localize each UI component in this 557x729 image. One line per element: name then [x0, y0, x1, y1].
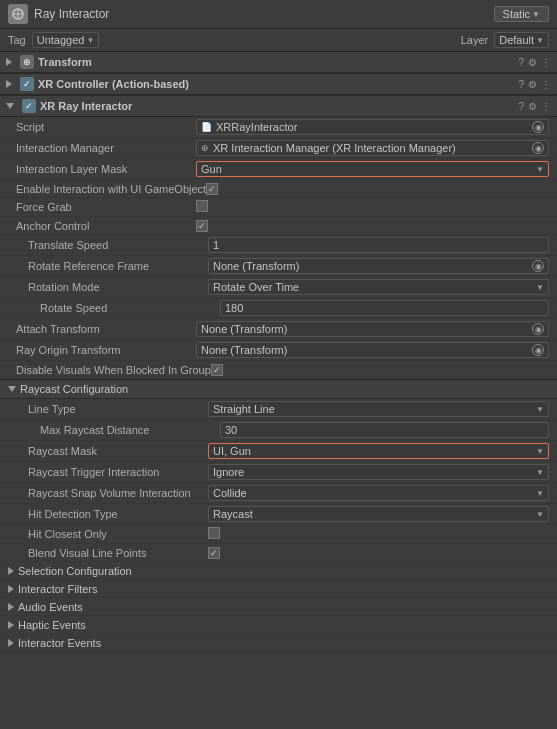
raycast-snap-dropdown[interactable]: Collide ▼: [208, 485, 549, 501]
interactor-events-row[interactable]: Interactor Events: [0, 634, 557, 652]
raycast-trigger-dropdown[interactable]: Ignore ▼: [208, 464, 549, 480]
xr-controller-menu-icon[interactable]: ⋮: [541, 79, 551, 90]
interaction-manager-ref-icon: ⊕: [201, 143, 209, 153]
ray-origin-value: None (Transform) ◉: [196, 342, 549, 358]
hit-detection-value: Raycast ▼: [208, 506, 549, 522]
line-type-dropdown[interactable]: Straight Line ▼: [208, 401, 549, 417]
script-label: Script: [16, 121, 196, 133]
interaction-manager-row: Interaction Manager ⊕ XR Interaction Man…: [0, 138, 557, 159]
layer-dropdown[interactable]: Default ▼: [494, 32, 549, 48]
hit-detection-dropdown[interactable]: Raycast ▼: [208, 506, 549, 522]
translate-speed-row: Translate Speed 1: [0, 235, 557, 256]
interaction-layer-mask-row: Interaction Layer Mask Gun ▼: [0, 159, 557, 180]
ray-origin-circle-btn[interactable]: ◉: [532, 344, 544, 356]
rotate-ref-field[interactable]: None (Transform) ◉: [208, 258, 549, 274]
blend-visual-row: Blend Visual Line Points: [0, 544, 557, 562]
xr-controller-title: XR Controller (Action-based): [38, 78, 514, 90]
hit-detection-arrow: ▼: [536, 510, 544, 519]
xr-controller-triangle: [6, 80, 12, 88]
interaction-manager-value: ⊕ XR Interaction Manager (XR Interaction…: [196, 140, 549, 156]
interaction-manager-ref-field[interactable]: ⊕ XR Interaction Manager (XR Interaction…: [196, 140, 549, 156]
force-grab-checkbox[interactable]: [196, 200, 208, 212]
transform-title: Transform: [38, 56, 514, 68]
transform-menu-icon[interactable]: ⋮: [541, 57, 551, 68]
hit-closest-label: Hit Closest Only: [28, 528, 208, 540]
rotate-ref-label: Rotate Reference Frame: [28, 260, 208, 272]
disable-visuals-label: Disable Visuals When Blocked In Group: [16, 364, 211, 376]
xr-ray-section-header[interactable]: ✓ XR Ray Interactor ? ⚙ ⋮: [0, 95, 557, 117]
max-raycast-value: 30: [220, 422, 549, 438]
transform-help-icon[interactable]: ?: [518, 57, 524, 68]
anchor-control-label: Anchor Control: [16, 220, 196, 232]
script-circle-btn[interactable]: ◉: [532, 121, 544, 133]
rotate-speed-row: Rotate Speed 180: [0, 298, 557, 319]
force-grab-row: Force Grab: [0, 198, 557, 217]
ray-origin-field[interactable]: None (Transform) ◉: [196, 342, 549, 358]
enable-ui-checkbox[interactable]: [206, 183, 218, 195]
line-type-label: Line Type: [28, 403, 208, 415]
interactor-filters-title: Interactor Filters: [18, 583, 97, 595]
raycast-mask-label: Raycast Mask: [28, 445, 208, 457]
interaction-layer-mask-dropdown[interactable]: Gun ▼: [196, 161, 549, 177]
rotation-mode-label: Rotation Mode: [28, 281, 208, 293]
xr-controller-help-icon[interactable]: ?: [518, 79, 524, 90]
xr-controller-icon: ✓: [20, 77, 34, 91]
inspector-title: Ray Interactor: [34, 7, 109, 21]
xr-controller-section-header[interactable]: ✓ XR Controller (Action-based) ? ⚙ ⋮: [0, 73, 557, 95]
enable-ui-label: Enable Interaction with UI GameObject: [16, 183, 206, 195]
ray-origin-label: Ray Origin Transform: [16, 344, 196, 356]
raycast-snap-value: Collide ▼: [208, 485, 549, 501]
raycast-trigger-arrow: ▼: [536, 468, 544, 477]
xr-ray-help-icon[interactable]: ?: [518, 101, 524, 112]
xr-ray-title: XR Ray Interactor: [40, 100, 514, 112]
anchor-control-checkbox[interactable]: [196, 220, 208, 232]
attach-transform-circle-btn[interactable]: ◉: [532, 323, 544, 335]
xr-ray-icons: ? ⚙ ⋮: [518, 101, 551, 112]
raycast-mask-arrow: ▼: [536, 447, 544, 456]
disable-visuals-checkbox[interactable]: [211, 364, 223, 376]
audio-events-triangle: [8, 603, 14, 611]
interactor-events-triangle: [8, 639, 14, 647]
haptic-events-triangle: [8, 621, 14, 629]
interaction-manager-label: Interaction Manager: [16, 142, 196, 154]
haptic-events-row[interactable]: Haptic Events: [0, 616, 557, 634]
tag-dropdown[interactable]: Untagged ▼: [32, 32, 100, 48]
transform-triangle: [6, 58, 12, 66]
xr-controller-settings-icon[interactable]: ⚙: [528, 79, 537, 90]
rotation-mode-value: Rotate Over Time ▼: [208, 279, 549, 295]
transform-section-header[interactable]: ⊕ Transform ? ⚙ ⋮: [0, 51, 557, 73]
blend-visual-checkbox[interactable]: [208, 547, 220, 559]
layer-label: Layer: [461, 34, 489, 46]
blend-visual-label: Blend Visual Line Points: [28, 547, 208, 559]
interaction-manager-circle-btn[interactable]: ◉: [532, 142, 544, 154]
interactor-filters-row[interactable]: Interactor Filters: [0, 580, 557, 598]
xr-ray-menu-icon[interactable]: ⋮: [541, 101, 551, 112]
translate-speed-value: 1: [208, 237, 549, 253]
hit-detection-label: Hit Detection Type: [28, 508, 208, 520]
audio-events-row[interactable]: Audio Events: [0, 598, 557, 616]
rotate-ref-value: None (Transform) ◉: [208, 258, 549, 274]
xr-ray-settings-icon[interactable]: ⚙: [528, 101, 537, 112]
script-value: 📄 XRRayInteractor ◉: [196, 119, 549, 135]
rotation-mode-dropdown[interactable]: Rotate Over Time ▼: [208, 279, 549, 295]
rotate-ref-circle-btn[interactable]: ◉: [532, 260, 544, 272]
raycast-config-triangle: [8, 386, 16, 392]
interaction-layer-mask-arrow: ▼: [536, 165, 544, 174]
anchor-control-value: [196, 219, 549, 232]
script-ref-field[interactable]: 📄 XRRayInteractor ◉: [196, 119, 549, 135]
xr-ray-icon: ✓: [22, 99, 36, 113]
raycast-mask-dropdown[interactable]: UI, Gun ▼: [208, 443, 549, 459]
translate-speed-field[interactable]: 1: [208, 237, 549, 253]
attach-transform-field[interactable]: None (Transform) ◉: [196, 321, 549, 337]
max-raycast-field[interactable]: 30: [220, 422, 549, 438]
static-button[interactable]: Static ▼: [494, 6, 549, 22]
line-type-value: Straight Line ▼: [208, 401, 549, 417]
selection-config-row[interactable]: Selection Configuration: [0, 562, 557, 580]
transform-settings-icon[interactable]: ⚙: [528, 57, 537, 68]
hit-closest-checkbox[interactable]: [208, 527, 220, 539]
raycast-config-header[interactable]: Raycast Configuration: [0, 379, 557, 399]
ray-origin-row: Ray Origin Transform None (Transform) ◉: [0, 340, 557, 361]
selection-config-triangle: [8, 567, 14, 575]
enable-ui-row: Enable Interaction with UI GameObject: [0, 180, 557, 198]
rotate-speed-field[interactable]: 180: [220, 300, 549, 316]
